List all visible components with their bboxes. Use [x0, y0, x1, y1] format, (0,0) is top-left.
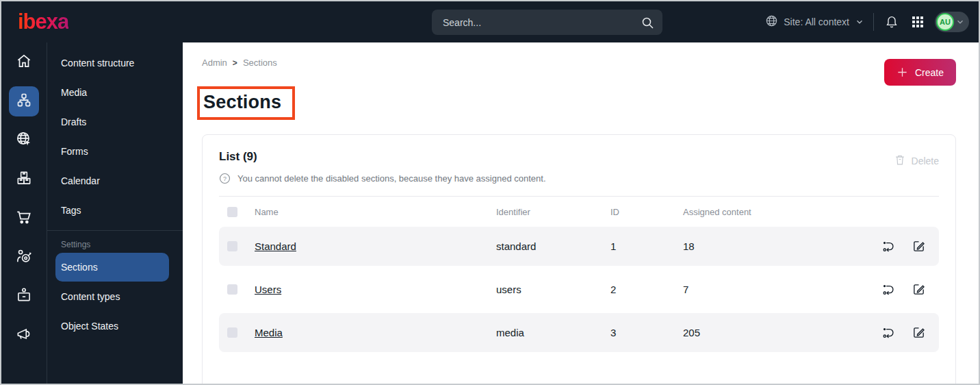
- rail-item-campaigns[interactable]: [9, 321, 39, 351]
- menu-item-drafts[interactable]: Drafts: [47, 107, 183, 136]
- bell-icon[interactable]: [883, 13, 901, 31]
- delete-button-label: Delete: [912, 156, 939, 166]
- rail-item-commerce[interactable]: [9, 203, 39, 234]
- edit-icon[interactable]: [912, 240, 925, 253]
- home-icon: [15, 52, 33, 73]
- section-assigned-count: 18: [683, 240, 881, 252]
- assign-content-icon[interactable]: [881, 283, 894, 296]
- cart-icon: [15, 208, 33, 229]
- list-info-text: You cannot delete the disabled sections,…: [237, 173, 546, 184]
- sections-list-card: List (9) ? You cannot delete the disable…: [202, 134, 956, 384]
- create-button-label: Create: [915, 67, 944, 78]
- assign-content-icon[interactable]: [881, 326, 894, 339]
- row-checkbox[interactable]: [227, 284, 237, 295]
- badge-icon: [15, 286, 33, 307]
- plus-icon: [897, 66, 908, 78]
- section-name-link[interactable]: Media: [255, 327, 496, 338]
- app-body: Content structure Media Drafts Forms Cal…: [1, 42, 979, 384]
- menu-panel: Content structure Media Drafts Forms Cal…: [47, 42, 183, 384]
- section-assigned-count: 205: [683, 327, 881, 338]
- sitemap-icon: [16, 92, 32, 111]
- row-actions: [881, 326, 939, 339]
- select-all-checkbox[interactable]: [227, 207, 237, 217]
- assign-content-icon[interactable]: [881, 240, 894, 253]
- user-menu[interactable]: AU: [935, 12, 969, 32]
- rail-item-corporate[interactable]: [9, 282, 39, 312]
- menu-item-tags[interactable]: Tags: [47, 195, 183, 225]
- avatar: AU: [936, 13, 954, 31]
- chevron-down-icon: [955, 17, 965, 27]
- menu-item-calendar[interactable]: Calendar: [47, 166, 183, 195]
- table-row: Media media 3 205: [219, 313, 939, 352]
- section-name-link[interactable]: Standard: [255, 240, 496, 252]
- topbar-right: Site: All context: [765, 12, 969, 32]
- megaphone-icon: [15, 325, 33, 346]
- search-icon[interactable]: [641, 16, 654, 29]
- question-circle-icon: ?: [219, 173, 231, 184]
- section-identifier: media: [496, 327, 610, 338]
- global-search[interactable]: [432, 10, 662, 35]
- trash-icon: [894, 154, 905, 168]
- column-assigned-content: Assigned content: [683, 207, 881, 217]
- table-header-row: Name Identifier ID Assigned content: [219, 197, 939, 227]
- rail-item-content[interactable]: [9, 86, 39, 116]
- section-identifier: users: [496, 284, 610, 295]
- create-button[interactable]: Create: [884, 59, 956, 86]
- row-checkbox[interactable]: [227, 241, 237, 251]
- rail-item-personalization[interactable]: [9, 243, 39, 273]
- section-id: 3: [610, 327, 683, 338]
- list-info: ? You cannot delete the disabled section…: [219, 173, 939, 184]
- column-id: ID: [610, 207, 683, 217]
- column-identifier: Identifier: [496, 207, 610, 217]
- column-name: Name: [255, 207, 496, 217]
- rail-item-dashboard[interactable]: [9, 47, 39, 77]
- row-actions: [881, 240, 939, 253]
- page-title: Sections: [203, 92, 281, 113]
- table-row: Users users 2 7: [219, 270, 939, 309]
- breadcrumb: Admin > Sections: [183, 42, 979, 68]
- menu-item-forms[interactable]: Forms: [47, 136, 183, 166]
- page-title-highlight: Sections: [197, 86, 295, 120]
- row-checkbox[interactable]: [227, 327, 237, 338]
- rail-item-site[interactable]: [9, 125, 39, 156]
- site-context-label: Site: All context: [784, 16, 849, 27]
- menu-item-sections[interactable]: Sections: [55, 253, 169, 282]
- svg-text:?: ?: [223, 175, 227, 182]
- topbar: ibexa Site: All context: [1, 1, 979, 42]
- topbar-divider: [873, 13, 874, 31]
- breadcrumb-separator: >: [233, 58, 237, 68]
- section-id: 2: [610, 284, 683, 295]
- packages-icon: [15, 169, 33, 190]
- personalization-icon: [15, 247, 33, 268]
- menu-group-settings: Settings: [47, 231, 183, 253]
- section-id: 1: [610, 240, 683, 252]
- list-title: List (9): [219, 150, 939, 164]
- table-row: Standard standard 1 18: [219, 227, 939, 266]
- row-actions: [881, 283, 939, 296]
- site-context-switcher[interactable]: Site: All context: [765, 14, 864, 29]
- menu-item-content-types[interactable]: Content types: [47, 282, 183, 311]
- ibexa-logo[interactable]: ibexa: [18, 10, 68, 34]
- breadcrumb-sections[interactable]: Sections: [243, 58, 277, 68]
- globe-cursor-icon: [15, 130, 33, 151]
- edit-icon[interactable]: [912, 283, 925, 296]
- icon-rail: [1, 42, 47, 384]
- edit-icon[interactable]: [912, 326, 925, 339]
- rail-item-products[interactable]: [9, 164, 39, 195]
- menu-item-object-states[interactable]: Object States: [47, 311, 183, 340]
- menu-item-media[interactable]: Media: [47, 77, 183, 107]
- app-grid-icon[interactable]: [910, 14, 926, 30]
- breadcrumb-admin[interactable]: Admin: [202, 58, 227, 68]
- menu-item-content-structure[interactable]: Content structure: [47, 48, 183, 77]
- globe-icon: [765, 14, 778, 29]
- search-input[interactable]: [443, 17, 641, 28]
- section-assigned-count: 7: [683, 284, 881, 295]
- section-identifier: standard: [496, 240, 610, 252]
- main-content: Admin > Sections Create Sections List (9…: [183, 42, 979, 384]
- app-window: ibexa Site: All context: [0, 0, 980, 385]
- chevron-down-icon: [855, 17, 864, 27]
- delete-button[interactable]: Delete: [894, 154, 939, 168]
- section-name-link[interactable]: Users: [255, 284, 496, 295]
